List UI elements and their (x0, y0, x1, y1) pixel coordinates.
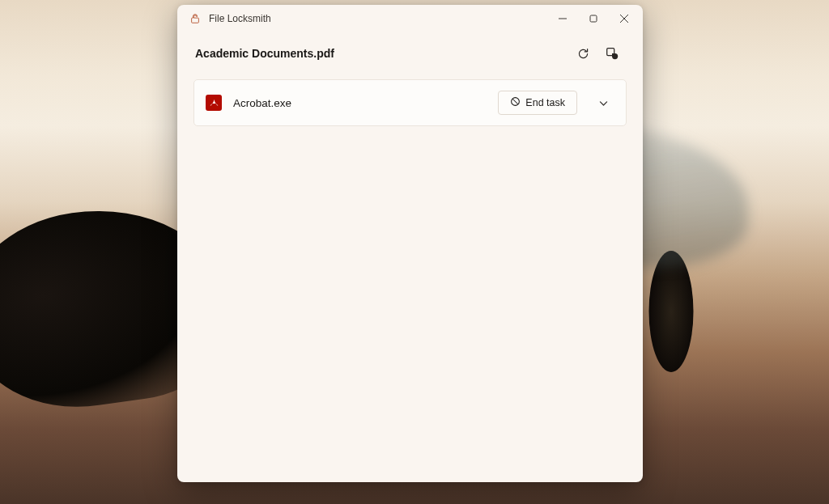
lock-open-icon (189, 13, 201, 25)
app-title: File Locksmith (209, 13, 271, 24)
titlebar[interactable]: File Locksmith (177, 5, 643, 32)
svg-rect-0 (590, 15, 597, 22)
minimize-button[interactable] (547, 6, 578, 31)
refresh-button[interactable] (570, 40, 596, 66)
acrobat-icon (206, 95, 222, 111)
content-area: Academic Documents.pdf (177, 32, 643, 482)
maximize-button[interactable] (578, 6, 609, 31)
app-window: File Locksmith Academic Documents.pdf (177, 5, 643, 482)
restart-admin-button[interactable] (599, 40, 625, 66)
close-button[interactable] (609, 6, 640, 31)
file-name: Academic Documents.pdf (195, 47, 334, 60)
end-task-button[interactable]: End task (498, 91, 577, 115)
expand-button[interactable] (592, 91, 614, 114)
process-name: Acrobat.exe (233, 97, 487, 109)
end-task-label: End task (525, 97, 565, 108)
process-row: Acrobat.exe End task (193, 79, 627, 126)
prohibit-icon (510, 96, 521, 109)
